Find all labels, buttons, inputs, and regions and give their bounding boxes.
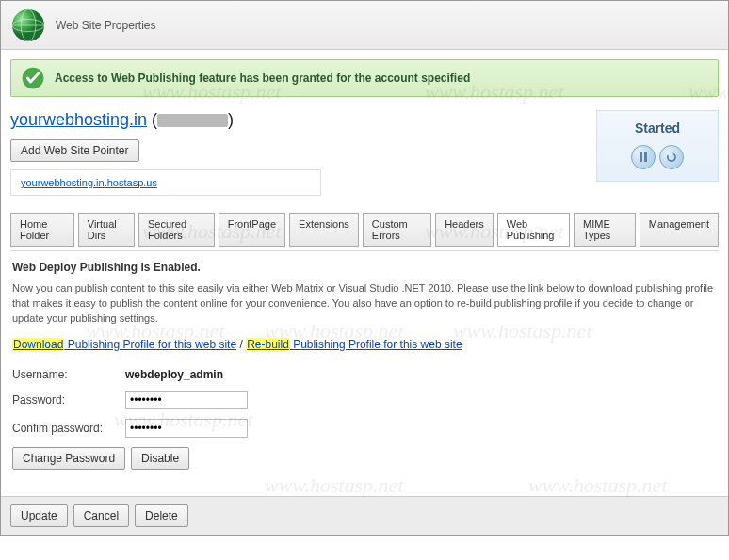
- tab-web-publishing[interactable]: Web Publishing: [497, 213, 570, 247]
- tab-mime-types[interactable]: MIME Types: [574, 213, 636, 247]
- tab-frontpage[interactable]: FrontPage: [219, 213, 285, 247]
- cancel-button[interactable]: Cancel: [73, 504, 129, 527]
- footer-bar: Update Cancel Delete: [1, 496, 728, 535]
- content: www.hostasp.net www.hostasp.net www.host…: [1, 50, 728, 496]
- tabs: Home Folder Virtual Dirs Secured Folders…: [10, 213, 719, 247]
- add-pointer-button[interactable]: Add Web Site Pointer: [10, 139, 139, 162]
- restart-icon: [666, 152, 677, 163]
- username-label: Username:: [12, 368, 125, 381]
- pointer-link[interactable]: yourwebhosting.in.hostasp.us: [21, 177, 157, 188]
- svg-rect-6: [644, 152, 647, 162]
- status-panel: Started: [596, 110, 719, 182]
- status-label: Started: [603, 120, 712, 136]
- tab-extensions[interactable]: Extensions: [289, 213, 359, 247]
- pointer-list: yourwebhosting.in.hostasp.us: [10, 169, 321, 196]
- domain-link[interactable]: yourwebhosting.in: [10, 110, 147, 129]
- download-profile-link[interactable]: Download Publishing Profile for this web…: [12, 338, 236, 351]
- update-button[interactable]: Update: [10, 504, 68, 527]
- change-password-button[interactable]: Change Password: [12, 447, 125, 470]
- tab-home-folder[interactable]: Home Folder: [10, 213, 74, 247]
- panel-heading: Web Deploy Publishing is Enabled.: [12, 261, 717, 274]
- tab-headers[interactable]: Headers: [435, 213, 494, 247]
- check-icon: [21, 66, 45, 90]
- pause-button[interactable]: [631, 145, 656, 169]
- tab-secured-folders[interactable]: Secured Folders: [138, 213, 215, 247]
- credentials-form: Username: webdeploy_admin Password: Conf…: [12, 368, 717, 470]
- globe-icon: [8, 6, 48, 45]
- password-field[interactable]: [125, 391, 248, 409]
- rebuild-profile-link[interactable]: Re-build Publishing Profile for this web…: [246, 338, 462, 351]
- tab-body: Web Deploy Publishing is Enabled. Now yo…: [10, 250, 719, 496]
- confirm-password-field[interactable]: [125, 419, 248, 438]
- profile-links: Download Publishing Profile for this web…: [12, 338, 717, 351]
- success-alert: Access to Web Publishing feature has bee…: [10, 59, 719, 97]
- svg-rect-5: [640, 152, 642, 162]
- domain-row: yourwebhosting.in () Add Web Site Pointe…: [10, 110, 719, 196]
- delete-button[interactable]: Delete: [135, 504, 188, 527]
- window: Web Site Properties www.hostasp.net www.…: [0, 0, 729, 536]
- tab-custom-errors[interactable]: Custom Errors: [363, 213, 431, 247]
- pause-icon: [638, 152, 649, 163]
- titlebar: Web Site Properties: [1, 1, 728, 50]
- tab-management[interactable]: Management: [640, 213, 719, 247]
- confirm-password-label: Confim password:: [12, 422, 125, 435]
- username-value: webdeploy_admin: [125, 368, 223, 381]
- disable-button[interactable]: Disable: [131, 447, 189, 470]
- password-label: Password:: [12, 393, 125, 407]
- tab-virtual-dirs[interactable]: Virtual Dirs: [78, 213, 135, 247]
- restart-button[interactable]: [659, 145, 684, 169]
- alert-message: Access to Web Publishing feature has bee…: [55, 72, 470, 85]
- window-title: Web Site Properties: [56, 19, 156, 32]
- panel-body: Now you can publish content to this site…: [12, 281, 717, 327]
- masked-ip: [157, 114, 228, 127]
- domain-title: yourwebhosting.in (): [10, 110, 596, 130]
